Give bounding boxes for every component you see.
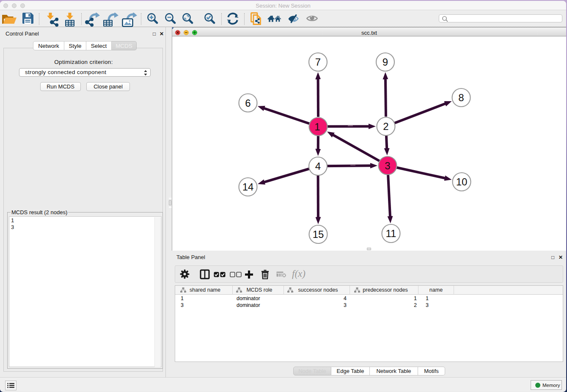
svg-text:10: 10: [456, 176, 468, 188]
svg-text:1: 1: [314, 121, 320, 133]
svg-text:8: 8: [458, 92, 464, 103]
svg-text:3: 3: [385, 160, 390, 171]
svg-text:6: 6: [245, 97, 250, 109]
svg-text:2: 2: [383, 121, 388, 132]
svg-text:4: 4: [315, 160, 321, 172]
svg-text:7: 7: [315, 56, 321, 68]
svg-text:14: 14: [242, 181, 254, 193]
svg-text:11: 11: [386, 228, 396, 239]
svg-text:9: 9: [383, 56, 388, 68]
svg-text:15: 15: [313, 229, 324, 240]
